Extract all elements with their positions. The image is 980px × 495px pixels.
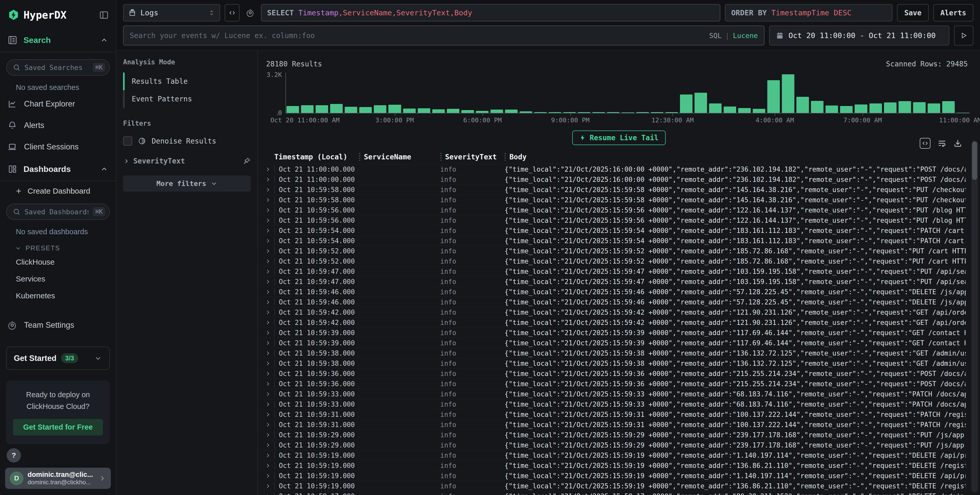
histogram-bar[interactable]	[490, 110, 503, 113]
sql-toggle[interactable]: SQL	[709, 32, 722, 40]
histogram-bar[interactable]	[534, 112, 547, 113]
histogram-bar[interactable]	[316, 105, 328, 113]
row-expand-icon[interactable]	[261, 187, 274, 193]
histogram-bar[interactable]	[359, 107, 372, 113]
preset-item-services[interactable]: Services	[0, 271, 116, 287]
table-row[interactable]: Oct 21 10:59:42.000 AMinfo{"time_local":…	[261, 317, 966, 328]
row-expand-icon[interactable]	[261, 269, 274, 274]
lucene-toggle[interactable]: Lucene	[733, 32, 758, 40]
table-row[interactable]: Oct 21 10:59:19.000 AMinfo{"time_local":…	[261, 460, 966, 471]
collapse-sidebar-icon[interactable]	[99, 10, 109, 20]
table-row[interactable]: Oct 21 10:59:33.000 AMinfo{"time_local":…	[261, 399, 966, 409]
user-menu[interactable]: D dominic.tran@clic... dominic.tran@clic…	[5, 468, 111, 489]
histogram-bar[interactable]	[869, 103, 882, 113]
histogram-bar[interactable]	[928, 103, 940, 113]
sidebar-section-search[interactable]: Search	[0, 29, 116, 52]
histogram-bar[interactable]	[461, 110, 474, 113]
table-row[interactable]: Oct 21 10:59:19.000 AMinfo{"time_local":…	[261, 450, 966, 460]
row-side-panel-icon[interactable]	[920, 138, 931, 149]
table-row[interactable]: Oct 21 10:59:36.000 AMinfo{"time_local":…	[261, 379, 966, 389]
row-expand-icon[interactable]	[261, 493, 274, 495]
table-row[interactable]: Oct 21 10:59:46.000 AMinfo{"time_local":…	[261, 286, 966, 297]
scrollbar-thumb[interactable]	[972, 142, 977, 180]
get-started-card[interactable]: Get Started 3/3	[6, 347, 110, 370]
histogram-bar[interactable]	[549, 112, 561, 113]
table-row[interactable]: Oct 21 10:59:47.000 AMinfo{"time_local":…	[261, 266, 966, 276]
histogram-bar[interactable]	[345, 107, 357, 113]
histogram-bar[interactable]	[286, 106, 299, 113]
row-expand-icon[interactable]	[261, 412, 274, 417]
table-row[interactable]: Oct 21 10:59:38.000 AMinfo{"time_local":…	[261, 348, 966, 358]
histogram-bar[interactable]	[957, 113, 969, 113]
save-button[interactable]: Save	[897, 4, 928, 21]
table-row[interactable]: Oct 21 10:59:39.000 AMinfo{"time_local":…	[261, 328, 966, 337]
select-columns-input[interactable]: SELECT Timestamp ,ServiceName,SeverityTe…	[261, 4, 720, 21]
source-settings-gear-icon[interactable]	[244, 4, 256, 21]
histogram-bar[interactable]	[651, 112, 663, 113]
column-resize-handle[interactable]	[504, 153, 506, 161]
get-started-free-button[interactable]: Get Started for Free	[13, 419, 103, 436]
row-expand-icon[interactable]	[261, 289, 274, 295]
row-expand-icon[interactable]	[261, 279, 274, 285]
table-row[interactable]: Oct 21 10:59:58.000 AMinfo{"time_local":…	[261, 195, 966, 205]
row-expand-icon[interactable]	[261, 228, 274, 234]
histogram-bar[interactable]	[418, 108, 430, 113]
row-expand-icon[interactable]	[261, 340, 274, 346]
saved-dashboards-field[interactable]	[24, 208, 89, 216]
order-by-input[interactable]: ORDER BY TimestampTime DESC	[725, 4, 892, 21]
row-expand-icon[interactable]	[261, 350, 274, 356]
row-expand-icon[interactable]	[261, 197, 274, 203]
tab-event-patterns[interactable]: Event Patterns	[123, 90, 251, 108]
resume-live-tail-button[interactable]: Resume Live Tail	[572, 131, 666, 145]
row-expand-icon[interactable]	[261, 167, 274, 172]
histogram-bar[interactable]	[505, 110, 517, 113]
histogram-bar[interactable]	[520, 111, 532, 113]
histogram-bar[interactable]	[811, 101, 824, 113]
table-row[interactable]: Oct 21 11:00:00.000 AMinfo{"time_local":…	[261, 164, 966, 174]
row-expand-icon[interactable]	[261, 238, 274, 244]
table-row[interactable]: Oct 21 10:59:29.000 AMinfo{"time_local":…	[261, 440, 966, 450]
histogram-bar[interactable]	[913, 102, 926, 113]
row-expand-icon[interactable]	[261, 381, 274, 387]
sidebar-item-alerts[interactable]: Alerts	[0, 115, 116, 136]
histogram-bar[interactable]	[782, 74, 794, 113]
histogram-bar[interactable]	[636, 112, 649, 113]
histogram-bar[interactable]	[753, 109, 765, 113]
histogram-bar[interactable]	[432, 109, 445, 113]
event-search-box[interactable]: SQL | Lucene	[123, 25, 765, 45]
table-row[interactable]: Oct 21 10:59:36.000 AMinfo{"time_local":…	[261, 368, 966, 379]
row-expand-icon[interactable]	[261, 442, 274, 448]
saved-searches-input[interactable]: ⌘K	[6, 59, 110, 76]
help-button[interactable]: ?	[6, 448, 21, 463]
table-row[interactable]: Oct 21 10:59:42.000 AMinfo{"time_local":…	[261, 307, 966, 317]
histogram-bar[interactable]	[724, 107, 736, 113]
table-row[interactable]: Oct 21 10:59:47.000 AMinfo{"time_local":…	[261, 276, 966, 286]
row-expand-icon[interactable]	[261, 299, 274, 305]
table-scrollbar[interactable]	[971, 140, 978, 492]
alerts-button[interactable]: Alerts	[933, 4, 974, 21]
histogram-bar[interactable]	[301, 105, 313, 113]
histogram-bar[interactable]	[695, 93, 707, 113]
row-expand-icon[interactable]	[261, 422, 274, 428]
histogram-bar[interactable]	[796, 97, 809, 113]
histogram-bar[interactable]	[884, 102, 897, 113]
table-row[interactable]: Oct 21 10:59:17.000 AMinfo{"time_local":…	[261, 491, 966, 495]
download-icon[interactable]	[953, 139, 962, 148]
histogram-bar[interactable]	[403, 108, 416, 113]
histogram-bar[interactable]	[607, 112, 619, 113]
histogram-bar[interactable]	[738, 108, 751, 113]
histogram-bar[interactable]	[592, 112, 605, 113]
table-row[interactable]: Oct 21 10:59:38.000 AMinfo{"time_local":…	[261, 358, 966, 368]
histogram-bar[interactable]	[709, 103, 722, 113]
edit-sql-button[interactable]	[225, 4, 240, 21]
table-row[interactable]: Oct 21 10:59:54.000 AMinfo{"time_local":…	[261, 236, 966, 246]
histogram-bar[interactable]	[622, 112, 634, 113]
column-header-severitytext[interactable]: SeverityText	[440, 153, 504, 161]
table-row[interactable]: Oct 21 10:59:19.000 AMinfo{"time_local":…	[261, 481, 966, 491]
hyperdx-logo[interactable]: HyperDX	[8, 9, 67, 21]
histogram-bar[interactable]	[388, 105, 401, 113]
row-expand-icon[interactable]	[261, 310, 274, 315]
histogram-bar[interactable]	[665, 112, 678, 113]
column-header-timestamp[interactable]: Timestamp (Local)	[274, 153, 359, 161]
table-row[interactable]: Oct 21 10:59:58.000 AMinfo{"time_local":…	[261, 185, 966, 195]
